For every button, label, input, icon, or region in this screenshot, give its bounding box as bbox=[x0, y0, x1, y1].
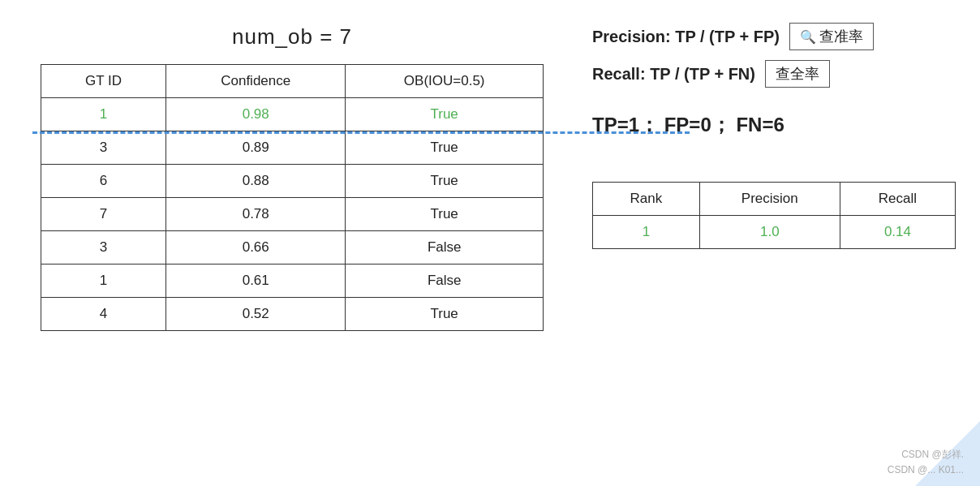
cell-gt-id: 3 bbox=[41, 131, 166, 165]
precision-box-label: 查准率 bbox=[819, 27, 863, 46]
rank-table: Rank Precision Recall 11.00.14 bbox=[592, 182, 956, 249]
table-row: 10.98True bbox=[41, 98, 544, 131]
table-row: 40.52True bbox=[41, 298, 544, 331]
watermark: CSDN @彭祥. CSDN @... K01... bbox=[888, 447, 964, 478]
cell-rank: 1 bbox=[593, 216, 700, 249]
cell-ob: False bbox=[346, 265, 544, 298]
recall-formula-text: Recall: TP / (TP + FN) bbox=[592, 65, 755, 84]
recall-formula-row: Recall: TP / (TP + FN) 查全率 bbox=[592, 60, 956, 88]
left-panel: num_ob = 7 GT ID Confidence OB(IOU=0.5) … bbox=[24, 16, 560, 470]
cell-ob: True bbox=[346, 198, 544, 231]
cell-confidence: 0.88 bbox=[166, 165, 346, 198]
cell-ob: True bbox=[346, 98, 544, 131]
cell-ob: True bbox=[346, 131, 544, 165]
cell-confidence: 0.78 bbox=[166, 198, 346, 231]
recall-box-label: 查全率 bbox=[776, 64, 819, 84]
precision-box-icon: 🔍 bbox=[800, 29, 816, 45]
rank-table-header-row: Rank Precision Recall bbox=[593, 183, 956, 216]
recall-col-header: Recall bbox=[840, 183, 955, 216]
table-row: 60.88True bbox=[41, 165, 544, 198]
table-row: 10.61False bbox=[41, 265, 544, 298]
precision-formula-text: Precision: TP / (TP + FP) bbox=[592, 28, 780, 46]
rank-col-header: Rank bbox=[593, 183, 700, 216]
cell-confidence: 0.61 bbox=[166, 265, 346, 298]
cell-gt-id: 3 bbox=[41, 231, 166, 265]
rank-table-row: 11.00.14 bbox=[593, 216, 956, 249]
table-row: 70.78True bbox=[41, 198, 544, 231]
cell-confidence: 0.98 bbox=[166, 98, 346, 131]
col-header-ob: OB(IOU=0.5) bbox=[346, 65, 544, 98]
precision-formula-row: Precision: TP / (TP + FP) 🔍 查准率 bbox=[592, 23, 956, 50]
cell-ob: True bbox=[346, 165, 544, 198]
cell-gt-id: 1 bbox=[41, 265, 166, 298]
right-panel: Precision: TP / (TP + FP) 🔍 查准率 Recall: … bbox=[592, 16, 956, 470]
cell-confidence: 0.52 bbox=[166, 298, 346, 331]
cell-ob: False bbox=[346, 231, 544, 265]
precision-box[interactable]: 🔍 查准率 bbox=[789, 23, 874, 50]
main-container: num_ob = 7 GT ID Confidence OB(IOU=0.5) … bbox=[0, 0, 980, 486]
formula-section: Precision: TP / (TP + FP) 🔍 查准率 Recall: … bbox=[592, 23, 956, 88]
cell-confidence: 0.89 bbox=[166, 131, 346, 165]
cell-gt-id: 1 bbox=[41, 98, 166, 131]
table-header-row: GT ID Confidence OB(IOU=0.5) bbox=[41, 65, 544, 98]
cell-gt-id: 6 bbox=[41, 165, 166, 198]
cell-precision: 1.0 bbox=[699, 216, 840, 249]
col-header-confidence: Confidence bbox=[166, 65, 346, 98]
cell-recall: 0.14 bbox=[840, 216, 955, 249]
table-row: 30.66False bbox=[41, 231, 544, 265]
num-ob-title: num_ob = 7 bbox=[232, 24, 352, 49]
watermark-line2: CSDN @... K01... bbox=[888, 462, 964, 478]
cell-ob: True bbox=[346, 298, 544, 331]
cell-gt-id: 4 bbox=[41, 298, 166, 331]
col-header-gtid: GT ID bbox=[41, 65, 166, 98]
cell-confidence: 0.66 bbox=[166, 231, 346, 265]
recall-box[interactable]: 查全率 bbox=[765, 60, 830, 88]
tp-fp-fn-label: TP=1； FP=0； FN=6 bbox=[592, 112, 784, 138]
cell-gt-id: 7 bbox=[41, 198, 166, 231]
table-row: 30.89True bbox=[41, 131, 544, 165]
precision-col-header: Precision bbox=[699, 183, 840, 216]
main-table: GT ID Confidence OB(IOU=0.5) 10.98True30… bbox=[41, 64, 544, 331]
watermark-line1: CSDN @彭祥. bbox=[888, 447, 964, 462]
